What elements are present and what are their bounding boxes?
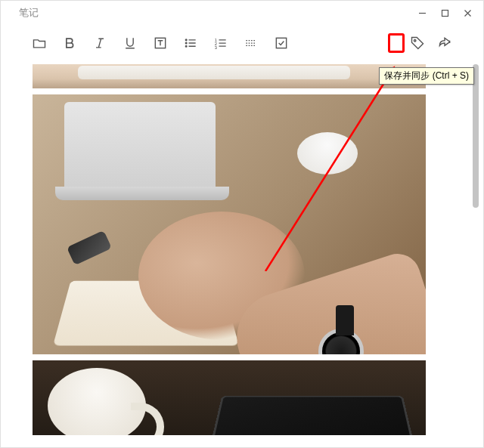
checklist-button[interactable] [273, 35, 290, 51]
svg-point-3 [185, 42, 187, 44]
folder-button[interactable] [31, 35, 48, 51]
italic-button[interactable] [92, 35, 108, 51]
phone-illustration [67, 230, 112, 265]
scroll-thumb[interactable] [473, 64, 479, 208]
cup-illustration [297, 132, 358, 175]
svg-text:3: 3 [215, 45, 217, 50]
window-controls [412, 3, 477, 23]
bold-button[interactable] [61, 35, 78, 51]
svg-point-4 [185, 45, 187, 47]
image-block-3[interactable] [33, 360, 426, 435]
scrollbar[interactable] [473, 64, 479, 435]
window-title: 笔记 [19, 6, 39, 20]
close-button[interactable] [458, 3, 477, 23]
toolbar-right [394, 35, 453, 51]
text-style-button[interactable] [152, 35, 169, 51]
save-sync-tooltip: 保存并同步 (Ctrl + S) [379, 67, 474, 85]
share-button[interactable] [436, 35, 453, 51]
numbered-list-button[interactable]: 123 [213, 35, 229, 51]
image-block-2[interactable] [33, 94, 426, 354]
svg-rect-8 [276, 38, 286, 48]
minimize-button[interactable] [412, 3, 432, 23]
underline-button[interactable] [122, 35, 138, 51]
image-block-1[interactable] [33, 64, 426, 88]
save-sync-button[interactable] [388, 33, 405, 53]
tag-button[interactable] [409, 35, 426, 51]
svg-point-9 [414, 39, 416, 42]
bullet-list-button[interactable] [182, 35, 199, 51]
svg-rect-0 [442, 10, 448, 16]
toolbar: 123 [1, 25, 483, 61]
svg-point-2 [185, 39, 187, 41]
cup-illustration-2 [48, 368, 146, 435]
toolbar-left: 123 [31, 35, 290, 51]
tablet-illustration [205, 396, 420, 435]
titlebar: 笔记 [1, 1, 483, 25]
maximize-button[interactable] [435, 3, 455, 23]
laptop-illustration [64, 102, 216, 193]
horizontal-rule-button[interactable] [243, 35, 259, 51]
note-content[interactable] [33, 64, 471, 435]
